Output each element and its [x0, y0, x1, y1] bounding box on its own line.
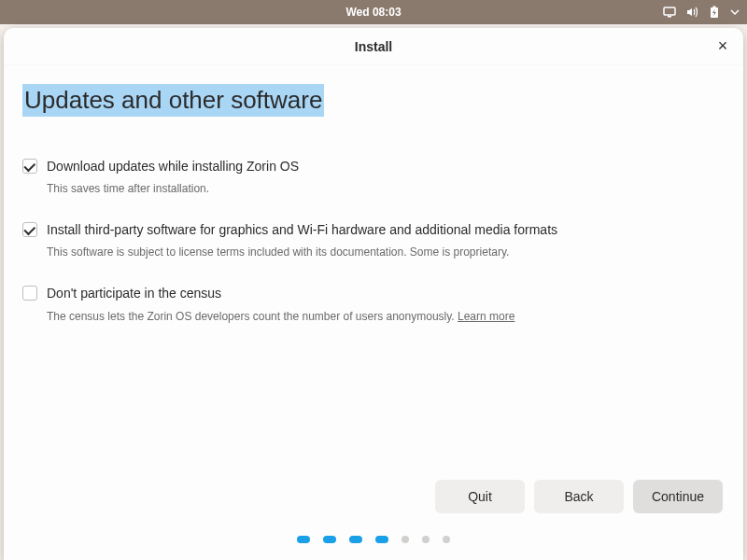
progress-dots: [22, 536, 725, 560]
progress-dot: [443, 536, 450, 543]
progress-dot: [297, 536, 310, 543]
svg-rect-0: [664, 7, 675, 15]
option-third-party: Install third-party software for graphic…: [22, 221, 725, 259]
checkbox-download-updates[interactable]: [22, 159, 37, 174]
progress-dot: [375, 536, 388, 543]
close-button[interactable]: ×: [713, 37, 732, 56]
quit-button[interactable]: Quit: [435, 480, 525, 513]
button-row: Quit Back Continue: [22, 480, 725, 536]
svg-rect-1: [668, 16, 671, 18]
window-title: Install: [355, 39, 392, 54]
dropdown-icon[interactable]: [730, 7, 740, 17]
battery-icon[interactable]: [708, 6, 721, 19]
system-topbar: Wed 08:03: [0, 0, 747, 24]
clock[interactable]: Wed 08:03: [345, 6, 401, 19]
option-label: Don't participate in the census: [47, 285, 725, 301]
option-desc-text: The census lets the Zorin OS developers …: [47, 310, 458, 323]
page-heading: Updates and other software: [22, 84, 324, 117]
svg-rect-3: [713, 7, 716, 8]
content-area: Updates and other software Download upda…: [4, 65, 743, 560]
volume-icon[interactable]: [685, 6, 698, 19]
titlebar: Install ×: [4, 28, 743, 65]
progress-dot: [323, 536, 336, 543]
option-label: Download updates while installing Zorin …: [47, 158, 725, 175]
option-census: Don't participate in the census The cens…: [22, 285, 725, 322]
option-desc: The census lets the Zorin OS developers …: [47, 310, 725, 323]
back-button[interactable]: Back: [534, 480, 624, 513]
checkbox-census[interactable]: [22, 286, 37, 301]
option-label: Install third-party software for graphic…: [47, 221, 725, 238]
option-desc: This software is subject to license term…: [47, 245, 725, 259]
installer-window: Install × Updates and other software Dow…: [4, 28, 743, 560]
continue-button[interactable]: Continue: [633, 480, 723, 513]
checkbox-third-party[interactable]: [22, 222, 37, 237]
progress-dot: [422, 536, 430, 543]
display-icon[interactable]: [663, 6, 676, 19]
system-tray[interactable]: [663, 6, 740, 19]
option-download-updates: Download updates while installing Zorin …: [22, 158, 725, 195]
option-desc: This saves time after installation.: [47, 182, 725, 195]
progress-dot: [349, 536, 362, 543]
progress-dot: [402, 536, 409, 543]
options-list: Download updates while installing Zorin …: [22, 158, 725, 323]
learn-more-link[interactable]: Learn more: [458, 310, 514, 323]
